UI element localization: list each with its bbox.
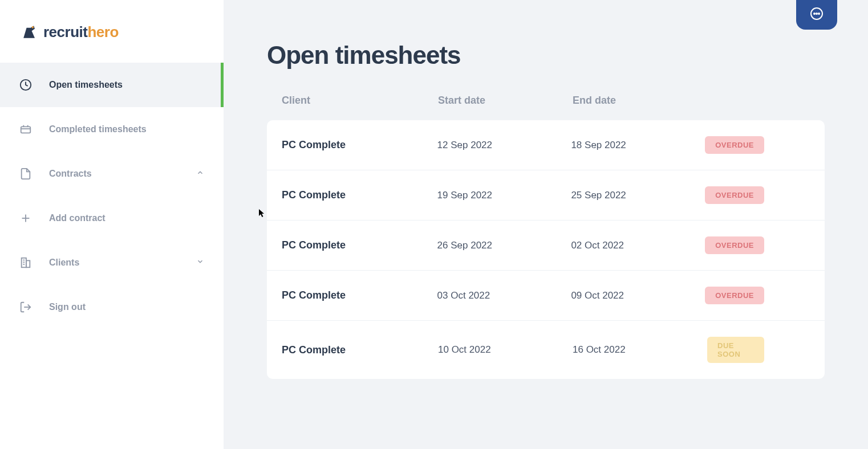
table-row[interactable]: PC Complete 19 Sep 2022 25 Sep 2022 OVER…: [267, 170, 825, 221]
sidebar-item-clients[interactable]: Clients: [0, 240, 224, 285]
document-icon: [19, 168, 32, 180]
clock-icon: [19, 79, 32, 91]
client-cell: PC Complete: [282, 189, 437, 201]
nav: Open timesheets Completed timesheets: [0, 63, 224, 329]
table-row[interactable]: PC Complete 03 Oct 2022 09 Oct 2022 OVER…: [267, 271, 825, 321]
svg-rect-2: [21, 126, 31, 133]
main-content: Open timesheets Client Start date End da…: [224, 0, 868, 449]
end-date-cell: 25 Sep 2022: [571, 190, 705, 201]
sidebar-item-add-contract[interactable]: Add contract: [0, 196, 224, 240]
status-badge: OVERDUE: [705, 236, 764, 254]
logo-text-part1: recruit: [43, 23, 87, 40]
signout-icon: [19, 301, 32, 313]
status-badge: OVERDUE: [705, 287, 764, 304]
table-row[interactable]: PC Complete 12 Sep 2022 18 Sep 2022 OVER…: [267, 120, 825, 170]
client-cell: PC Complete: [282, 344, 438, 356]
chevron-down-icon: [196, 258, 204, 268]
column-header-end-date: End date: [573, 95, 707, 107]
svg-point-0: [32, 26, 34, 28]
client-cell: PC Complete: [282, 139, 437, 151]
sidebar-item-label: Open timesheets: [49, 80, 123, 90]
client-cell: PC Complete: [282, 239, 437, 251]
status-badge: OVERDUE: [705, 136, 764, 154]
end-date-cell: 18 Sep 2022: [571, 140, 705, 151]
svg-point-15: [814, 13, 815, 14]
sidebar-item-open-timesheets[interactable]: Open timesheets: [0, 63, 224, 107]
timesheet-table: Client Start date End date PC Complete 1…: [267, 95, 825, 379]
sidebar-item-label: Sign out: [49, 302, 86, 312]
column-header-start-date: Start date: [438, 95, 573, 107]
table-row[interactable]: PC Complete 10 Oct 2022 16 Oct 2022 DUE …: [267, 321, 825, 379]
table-row[interactable]: PC Complete 26 Sep 2022 02 Oct 2022 OVER…: [267, 221, 825, 271]
sidebar-item-label: Clients: [49, 258, 79, 268]
logo-text-part2: hero: [87, 23, 118, 40]
status-badge: DUE SOON: [707, 337, 764, 363]
chat-button[interactable]: [796, 0, 837, 30]
start-date-cell: 03 Oct 2022: [437, 290, 571, 301]
inbox-icon: [19, 123, 32, 136]
sidebar-item-sign-out[interactable]: Sign out: [0, 285, 224, 329]
building-icon: [19, 256, 32, 269]
end-date-cell: 02 Oct 2022: [571, 240, 705, 251]
start-date-cell: 26 Sep 2022: [437, 240, 571, 251]
start-date-cell: 19 Sep 2022: [437, 190, 571, 201]
chevron-up-icon: [196, 169, 204, 179]
status-badge: OVERDUE: [705, 186, 764, 204]
logo[interactable]: recruithero: [0, 0, 224, 59]
client-cell: PC Complete: [282, 289, 437, 301]
sidebar-item-contracts[interactable]: Contracts: [0, 152, 224, 196]
start-date-cell: 10 Oct 2022: [438, 344, 573, 356]
start-date-cell: 12 Sep 2022: [437, 140, 571, 151]
sidebar: recruithero Open timesheets: [0, 0, 224, 449]
table-body: PC Complete 12 Sep 2022 18 Sep 2022 OVER…: [267, 120, 825, 379]
svg-rect-9: [26, 260, 30, 267]
sidebar-item-label: Contracts: [49, 169, 92, 179]
table-header: Client Start date End date: [267, 95, 825, 120]
end-date-cell: 09 Oct 2022: [571, 290, 705, 301]
logo-icon: [19, 22, 40, 42]
sidebar-item-completed-timesheets[interactable]: Completed timesheets: [0, 107, 224, 152]
page-title: Open timesheets: [267, 41, 825, 70]
end-date-cell: 16 Oct 2022: [573, 344, 707, 356]
svg-point-17: [818, 13, 820, 14]
svg-point-16: [816, 13, 817, 14]
chat-icon: [810, 7, 824, 23]
sidebar-item-label: Add contract: [49, 213, 106, 223]
logo-text: recruithero: [43, 23, 119, 41]
column-header-client: Client: [282, 95, 438, 107]
sidebar-item-label: Completed timesheets: [49, 124, 147, 134]
plus-icon: [19, 212, 32, 224]
